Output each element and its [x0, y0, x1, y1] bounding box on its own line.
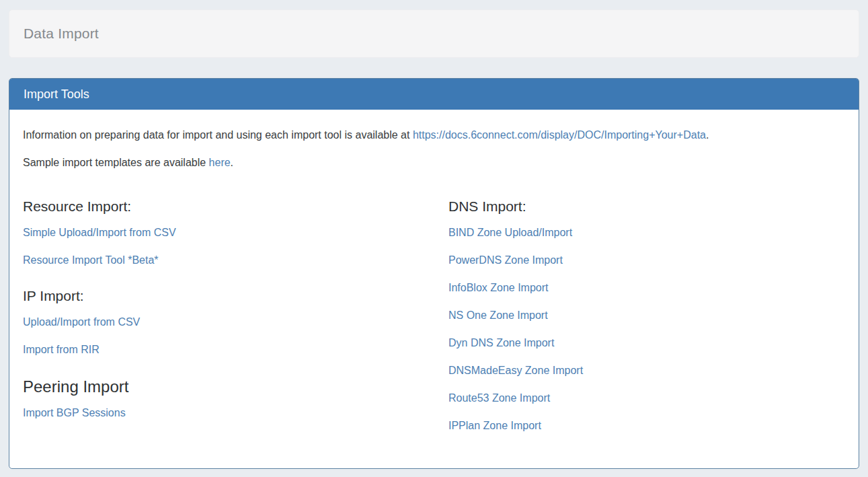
dyn-dns-zone-import-link[interactable]: Dyn DNS Zone Import	[448, 336, 845, 350]
intro-line-1-post: .	[706, 129, 709, 141]
dns-import-section: DNS Import: BIND Zone Upload/Import Powe…	[448, 196, 845, 433]
page-title-bar: Data Import	[9, 9, 859, 58]
dnsmadeeasy-zone-import-link[interactable]: DNSMadeEasy Zone Import	[448, 364, 845, 377]
intro-text: Information on preparing data for import…	[23, 127, 845, 171]
intro-line-2: Sample import templates are available he…	[23, 155, 845, 171]
panel-body: Information on preparing data for import…	[9, 110, 859, 460]
column-left: Resource Import: Simple Upload/Import fr…	[23, 196, 448, 447]
column-right: DNS Import: BIND Zone Upload/Import Powe…	[448, 196, 845, 447]
resource-import-section: Resource Import: Simple Upload/Import fr…	[23, 196, 448, 267]
docs-link[interactable]: https://docs.6connect.com/display/DOC/Im…	[413, 129, 706, 141]
ns-one-zone-import-link[interactable]: NS One Zone Import	[448, 309, 845, 322]
panel-header: Import Tools	[9, 79, 859, 110]
powerdns-zone-import-link[interactable]: PowerDNS Zone Import	[448, 254, 845, 267]
peering-import-heading: Peering Import	[23, 375, 448, 398]
infoblox-zone-import-link[interactable]: InfoBlox Zone Import	[448, 281, 845, 295]
resource-import-tool-beta-link[interactable]: Resource Import Tool *Beta*	[23, 254, 448, 267]
bind-zone-upload-import-link[interactable]: BIND Zone Upload/Import	[448, 226, 845, 240]
resource-import-heading: Resource Import:	[23, 196, 448, 217]
import-columns: Resource Import: Simple Upload/Import fr…	[23, 196, 845, 447]
intro-line-2-post: .	[231, 157, 233, 168]
simple-upload-import-csv-link[interactable]: Simple Upload/Import from CSV	[23, 226, 448, 240]
panel-header-title: Import Tools	[24, 87, 89, 102]
import-tools-panel: Import Tools Information on preparing da…	[9, 78, 859, 469]
dns-import-heading: DNS Import:	[448, 196, 845, 217]
ip-import-heading: IP Import:	[23, 286, 448, 306]
ip-import-section: IP Import: Upload/Import from CSV Import…	[23, 286, 448, 357]
route53-zone-import-link[interactable]: Route53 Zone Import	[448, 392, 845, 405]
intro-line-1: Information on preparing data for import…	[23, 127, 845, 143]
templates-here-link[interactable]: here	[209, 157, 231, 168]
import-bgp-sessions-link[interactable]: Import BGP Sessions	[23, 406, 448, 420]
peering-import-section: Peering Import Import BGP Sessions	[23, 375, 448, 420]
intro-line-2-pre: Sample import templates are available	[23, 157, 209, 168]
page-title: Data Import	[24, 26, 99, 42]
ipplan-zone-import-link[interactable]: IPPlan Zone Import	[448, 419, 845, 433]
intro-line-1-pre: Information on preparing data for import…	[23, 129, 413, 141]
import-from-rir-link[interactable]: Import from RIR	[23, 343, 448, 357]
ip-upload-import-csv-link[interactable]: Upload/Import from CSV	[23, 316, 448, 329]
